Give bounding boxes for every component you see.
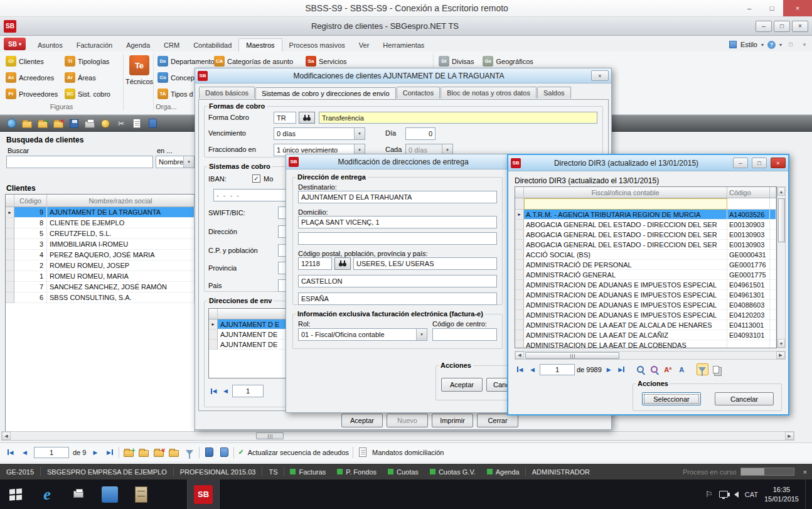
destinatario-input[interactable]: AJUNTAMENT D ELA TRAHUANTA bbox=[298, 191, 497, 203]
domicilio-input[interactable]: PLAÇA SANT VICENÇ, 1 bbox=[298, 216, 497, 228]
codigo-centro-input[interactable] bbox=[432, 328, 497, 341]
dialog-titlebar[interactable]: SB Directorio DIR3 (actualizado el 13/01… bbox=[508, 155, 788, 171]
rol-select[interactable]: 01 - Fiscal/Oficina contable ▾ bbox=[298, 328, 427, 341]
record-page-input[interactable]: 1 bbox=[34, 447, 69, 458]
seleccionar-button[interactable]: Seleccionar bbox=[642, 392, 701, 405]
taskbar-clock[interactable]: 16:35 15/01/2015 bbox=[764, 485, 799, 504]
chevron-down-icon[interactable]: ▾ bbox=[761, 42, 764, 48]
dir3-row[interactable]: ABOGACIA GENERAL DEL ESTADO - DIRECCION … bbox=[515, 240, 776, 250]
ribbon-tab[interactable]: Ver bbox=[352, 39, 377, 51]
start-button[interactable] bbox=[0, 480, 31, 509]
ribbon-item[interactable]: Pr Proveedores bbox=[4, 87, 60, 101]
ribbon-item-tecnicos[interactable]: Te Técnicos bbox=[124, 55, 154, 85]
dialog-titlebar[interactable]: SB Modificación de direcciones de entreg… bbox=[286, 154, 508, 169]
dialog-tab[interactable]: Bloc de notas y otros datos bbox=[441, 87, 537, 99]
ribbon-tab[interactable]: Agenda bbox=[119, 39, 157, 51]
file-explorer-icon[interactable] bbox=[63, 480, 94, 509]
help-icon[interactable]: ? bbox=[767, 41, 776, 49]
ribbon-tab[interactable]: Maestros bbox=[238, 38, 282, 51]
fiscal-filter-input[interactable] bbox=[524, 198, 727, 210]
ribbon-tab[interactable]: CRM bbox=[157, 39, 186, 51]
ribbon-item[interactable]: Ac Acreedores bbox=[4, 70, 60, 85]
scrollbar-thumb[interactable] bbox=[256, 432, 284, 439]
flag-icon[interactable]: ⚐ bbox=[705, 490, 713, 499]
next-record-icon[interactable]: ▶ bbox=[604, 364, 614, 375]
ribbon-item[interactable]: De Departamentos bbox=[156, 54, 220, 68]
prev-record-icon[interactable]: ◀ bbox=[19, 447, 30, 458]
delete-folder-icon[interactable] bbox=[153, 447, 164, 458]
scroll-right-icon[interactable]: ▶ bbox=[785, 432, 794, 440]
client-row[interactable]: 3 IMMOBILIARIA I-ROMEU bbox=[6, 239, 195, 250]
dialog-close-button[interactable]: × bbox=[771, 158, 786, 168]
aceptar-button[interactable]: Aceptar bbox=[441, 378, 483, 392]
app-menu-button[interactable]: SB ▾ bbox=[4, 38, 26, 50]
chevron-down-icon[interactable]: ▾ bbox=[779, 42, 782, 48]
language-indicator[interactable]: CAT bbox=[745, 491, 758, 498]
client-row[interactable]: 1 ROMEU ROMEU, MARIA bbox=[6, 271, 195, 282]
codigo-column-header[interactable]: Código bbox=[14, 195, 47, 207]
client-row[interactable]: 4 PEREZ BAQUERO, JOSÉ MARIA bbox=[6, 250, 195, 260]
font-decrease-icon[interactable]: A bbox=[676, 363, 688, 375]
open-folder-icon[interactable] bbox=[21, 118, 33, 129]
ribbon-item[interactable]: Ti Tipologías bbox=[63, 54, 112, 68]
nombre-column-header[interactable]: Nombre/razón social bbox=[47, 195, 195, 207]
close-window-icon[interactable]: × bbox=[799, 40, 809, 49]
book-icon[interactable] bbox=[147, 118, 158, 129]
module-indicator[interactable]: Cuotas bbox=[382, 468, 424, 476]
ribbon-item[interactable]: Sa Servicios bbox=[304, 54, 349, 68]
delete-folder-icon[interactable] bbox=[53, 118, 64, 129]
client-row[interactable]: 5 CREUTZFELD, S.L. bbox=[6, 228, 195, 239]
prev-record-icon[interactable]: ◀ bbox=[220, 386, 231, 397]
document-icon[interactable] bbox=[131, 118, 142, 129]
mandatos-button[interactable]: Mandatos domiciliación bbox=[372, 449, 444, 456]
module-indicator[interactable]: Cuotas G.V. bbox=[424, 468, 481, 476]
new-folder-icon[interactable] bbox=[123, 447, 134, 458]
dialog-tab[interactable]: Sistemas de cobro y direcciones de envío bbox=[255, 87, 396, 99]
ribbon-item[interactable]: CA Categorías de asunto bbox=[212, 54, 295, 68]
scroll-up-icon[interactable]: ▲ bbox=[777, 187, 785, 196]
main-horizontal-scrollbar[interactable]: ◀ ▶ bbox=[1, 431, 794, 441]
module-indicator[interactable]: Agenda bbox=[481, 468, 525, 476]
ribbon-tab[interactable]: Asuntos bbox=[31, 39, 70, 51]
dialog-close-button[interactable]: × bbox=[591, 70, 609, 81]
app-tile-icon[interactable] bbox=[94, 480, 126, 509]
client-row[interactable]: 8 CLIENTE DE EJEMPLO bbox=[6, 218, 195, 228]
first-record-icon[interactable]: ◀ bbox=[208, 386, 219, 397]
ribbon-tab[interactable]: Herramientas bbox=[376, 39, 431, 51]
restore-window-icon[interactable]: □ bbox=[786, 40, 796, 49]
vencimiento-select[interactable]: 0 días ▾ bbox=[274, 127, 365, 140]
client-row[interactable]: 6 SBSS CONSULTING, S.A. bbox=[6, 292, 195, 303]
ribbon-item[interactable]: Cl Clientes bbox=[4, 54, 60, 68]
internet-explorer-icon[interactable]: e bbox=[31, 480, 63, 509]
dialog-button[interactable]: Cerrar bbox=[477, 414, 518, 427]
dialog-tab[interactable]: Saldos bbox=[537, 87, 571, 99]
ribbon-tab[interactable]: Facturación bbox=[70, 39, 119, 51]
filter-icon[interactable] bbox=[697, 363, 708, 375]
record-page-input[interactable]: 1 bbox=[540, 364, 575, 375]
scrollbar-thumb[interactable] bbox=[778, 198, 785, 242]
cancelar-button[interactable]: Cancelar bbox=[715, 392, 774, 405]
sbgespro-taskbar-button[interactable]: SB bbox=[187, 480, 220, 509]
dir3-row[interactable]: ADMINISTRACION DE LA AEAT DE ALCAÑIZ E04… bbox=[515, 330, 776, 340]
ribbon-item[interactable]: Ar Áreas bbox=[63, 70, 112, 85]
forma-cobro-code-input[interactable]: TR bbox=[274, 112, 296, 124]
pais-input[interactable]: ESPAÑA bbox=[298, 292, 497, 305]
save-icon[interactable] bbox=[68, 118, 80, 129]
app-close-button[interactable]: × bbox=[792, 21, 808, 32]
dialog-button[interactable]: Nuevo bbox=[387, 414, 428, 427]
client-row[interactable]: 2 ROMEU ROMEU, JOSEP bbox=[6, 260, 195, 271]
fiscal-column-header[interactable]: Fiscal/oficina contable bbox=[524, 187, 727, 198]
codigo-column-header[interactable]: Código bbox=[727, 187, 770, 198]
scroll-down-icon[interactable]: ▼ bbox=[777, 339, 785, 348]
scroll-left-icon[interactable]: ◀ bbox=[515, 351, 524, 359]
lookup-binoculars-button[interactable] bbox=[299, 112, 315, 124]
first-record-icon[interactable]: ◀ bbox=[515, 364, 525, 375]
show-desktop-button[interactable] bbox=[805, 480, 808, 509]
dialog-button[interactable]: Imprimir bbox=[432, 414, 473, 427]
rdp-maximize-button[interactable]: □ bbox=[761, 0, 783, 16]
scrollbar-thumb[interactable] bbox=[525, 352, 619, 359]
cut-icon[interactable]: ✂ bbox=[115, 118, 127, 129]
module-indicator[interactable]: P. Fondos bbox=[331, 468, 382, 476]
scroll-left-icon[interactable]: ◀ bbox=[2, 432, 11, 440]
lookup-binoculars-button[interactable] bbox=[334, 257, 351, 270]
